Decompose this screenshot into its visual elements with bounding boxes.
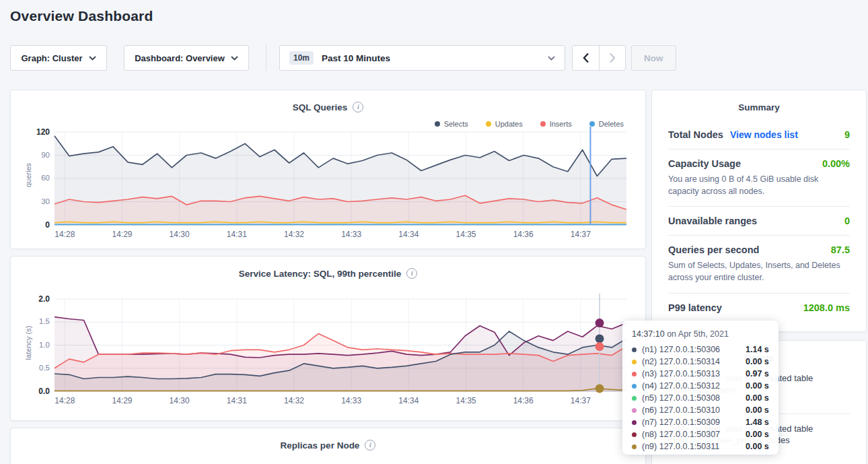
summary-label: Total Nodes bbox=[668, 129, 723, 140]
x-tick: 14:36 bbox=[507, 230, 540, 239]
summary-row-p99-latency: P99 latency 1208.0 ms bbox=[668, 293, 850, 322]
sql-queries-plot[interactable]: 14:2814:2914:3014:3114:3214:3314:3414:35… bbox=[24, 132, 630, 243]
tooltip-row: (n5) 127.0.0.1:503080.00 s bbox=[632, 392, 769, 404]
chart-hover-tooltip: 14:37:10 on Apr 5th, 2021 (n1) 127.0.0.1… bbox=[622, 321, 779, 455]
x-tick: 14:34 bbox=[392, 396, 425, 405]
x-tick: 14:37 bbox=[565, 230, 597, 239]
chart-title-sql-queries: SQL Queries bbox=[293, 102, 348, 112]
summary-value: 87.5 bbox=[831, 244, 850, 255]
dashboard-dropdown[interactable]: Dashboard: Overview bbox=[124, 45, 249, 71]
legend-item-inserts[interactable]: Inserts bbox=[540, 120, 572, 128]
y-tick: 2.0 bbox=[24, 294, 50, 304]
summary-label: Unavailable ranges bbox=[668, 216, 757, 226]
chevron-down-icon bbox=[231, 56, 238, 61]
tooltip-row: (n1) 127.0.0.1:503061.14 s bbox=[632, 343, 769, 356]
tooltip-row: (n8) 127.0.0.1:503070.00 s bbox=[632, 428, 769, 440]
summary-description: Sum of Selects, Updates, Inserts, and De… bbox=[668, 259, 850, 284]
summary-row-total-nodes: Total Nodes View nodes list 9 bbox=[668, 121, 850, 149]
service-latency-chart-card: Service Latency: SQL, 99th percentile i … bbox=[10, 256, 646, 421]
chart-title-service-latency: Service Latency: SQL, 99th percentile bbox=[239, 269, 402, 279]
x-tick: 14:31 bbox=[221, 396, 253, 405]
x-tick: 14:30 bbox=[164, 396, 196, 405]
tooltip-row: (n9) 127.0.0.1:503110.00 s bbox=[632, 440, 769, 453]
tooltip-row: (n6) 127.0.0.1:503100.00 s bbox=[632, 404, 769, 416]
chevron-left-icon bbox=[583, 53, 589, 63]
x-tick: 14:35 bbox=[449, 396, 482, 405]
tooltip-timestamp: 14:37:10 on Apr 5th, 2021 bbox=[632, 329, 769, 339]
tooltip-row: (n7) 127.0.0.1:503091.48 s bbox=[632, 416, 769, 428]
chevron-right-icon bbox=[609, 53, 616, 63]
x-tick: 14:29 bbox=[106, 396, 138, 405]
summary-row-capacity-usage: Capacity Usage 0.00% You are using 0 B o… bbox=[668, 149, 850, 206]
x-tick: 14:35 bbox=[449, 230, 482, 239]
tooltip-row: (n2) 127.0.0.1:503140.00 s bbox=[632, 356, 769, 368]
sql-queries-legend: Selects Updates Inserts Deletes bbox=[435, 120, 624, 128]
time-next-button[interactable] bbox=[599, 46, 625, 70]
sql-queries-chart-card: SQL Queries i Selects Updates Inserts De… bbox=[10, 90, 646, 249]
toolbar-divider bbox=[266, 45, 266, 71]
x-tick: 14:37 bbox=[565, 396, 597, 405]
chart-title-replicas-per-node: Replicas per Node bbox=[281, 440, 360, 451]
summary-row-queries-per-second: Queries per second 87.5 Sum of Selects, … bbox=[668, 235, 850, 292]
x-tick: 14:28 bbox=[48, 230, 81, 239]
x-tick: 14:33 bbox=[335, 396, 367, 405]
x-tick: 14:32 bbox=[278, 230, 310, 239]
info-icon[interactable]: i bbox=[406, 268, 417, 279]
service-latency-plot[interactable]: 14:2814:2914:3014:3114:3214:3314:3414:35… bbox=[24, 299, 630, 409]
tooltip-row: (n4) 127.0.0.1:503120.00 s bbox=[632, 380, 769, 392]
x-tick: 14:32 bbox=[278, 396, 310, 405]
time-nav-group bbox=[572, 45, 626, 71]
graph-dropdown[interactable]: Graph: Cluster bbox=[10, 45, 107, 71]
graph-dropdown-label: Graph: Cluster bbox=[21, 53, 82, 63]
x-tick: 14:33 bbox=[335, 230, 367, 239]
x-tick: 14:29 bbox=[106, 230, 138, 239]
summary-label: P99 latency bbox=[668, 302, 722, 313]
y-tick: 120 bbox=[24, 127, 50, 137]
legend-item-updates[interactable]: Updates bbox=[486, 120, 523, 128]
info-icon[interactable]: i bbox=[365, 440, 375, 451]
x-tick: 14:34 bbox=[392, 230, 425, 239]
time-range-picker[interactable]: 10m Past 10 Minutes bbox=[279, 45, 565, 71]
time-range-badge: 10m bbox=[289, 51, 314, 65]
y-axis-label: queries bbox=[24, 148, 32, 202]
view-nodes-list-link[interactable]: View nodes list bbox=[730, 129, 798, 140]
x-tick: 14:31 bbox=[221, 230, 253, 239]
tooltip-row: (n3) 127.0.0.1:503130.97 s bbox=[632, 368, 769, 380]
summary-title: Summary bbox=[668, 90, 850, 121]
x-tick: 14:36 bbox=[507, 396, 540, 405]
time-prev-button[interactable] bbox=[573, 46, 599, 70]
chevron-down-icon bbox=[548, 56, 555, 61]
summary-value: 1208.0 ms bbox=[803, 302, 850, 313]
summary-row-unavailable-ranges: Unavailable ranges 0 bbox=[668, 206, 850, 235]
x-tick: 14:28 bbox=[48, 396, 81, 405]
x-tick: 14:30 bbox=[164, 230, 196, 239]
info-icon[interactable]: i bbox=[353, 102, 363, 112]
summary-panel: Summary Total Nodes View nodes list 9 Ca… bbox=[651, 90, 867, 332]
summary-value: 0 bbox=[844, 216, 850, 226]
summary-value: 9 bbox=[844, 129, 850, 140]
now-button[interactable]: Now bbox=[631, 45, 676, 71]
y-tick: 0 bbox=[24, 220, 50, 230]
summary-value: 0.00% bbox=[822, 158, 850, 169]
dashboard-dropdown-label: Dashboard: Overview bbox=[135, 53, 225, 63]
y-tick: 0.0 bbox=[24, 387, 50, 396]
summary-label: Capacity Usage bbox=[668, 158, 741, 169]
chevron-down-icon bbox=[89, 56, 96, 61]
summary-description: You are using 0 B of 4.5 GiB usable disk… bbox=[668, 173, 850, 197]
summary-label: Queries per second bbox=[668, 244, 759, 255]
page-title: Overview Dashboard bbox=[10, 8, 153, 24]
time-range-label: Past 10 Minutes bbox=[322, 53, 390, 63]
legend-item-deletes[interactable]: Deletes bbox=[589, 120, 624, 128]
legend-item-selects[interactable]: Selects bbox=[435, 120, 468, 128]
y-axis-label: latency (s) bbox=[24, 316, 32, 370]
replicas-per-node-chart-card: Replicas per Node i bbox=[10, 428, 646, 464]
